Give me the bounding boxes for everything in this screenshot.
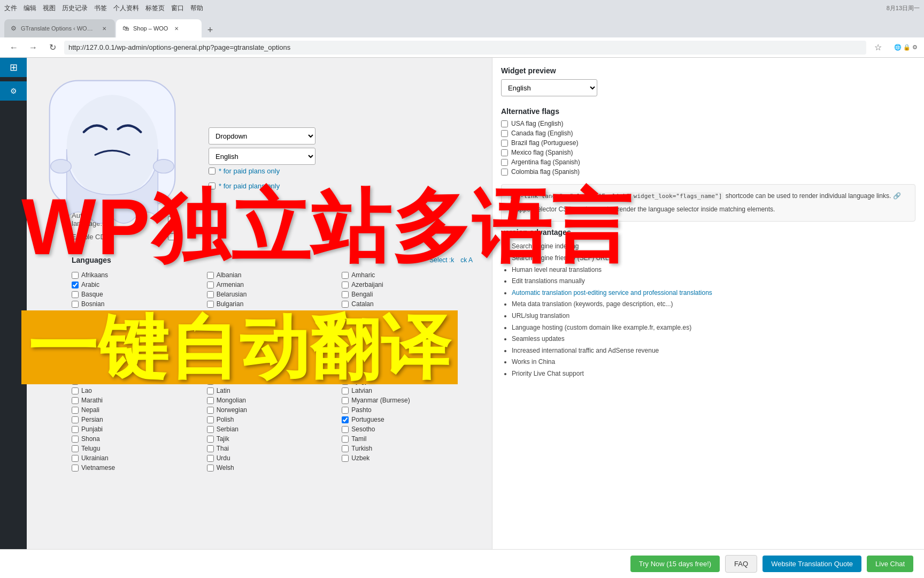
flag-item-canada[interactable]: Canada flag (English) — [501, 130, 915, 137]
lang-checkbox-bn[interactable] — [342, 291, 349, 298]
lang-checkbox-fr[interactable] — [72, 339, 79, 346]
lang-checkbox-my[interactable] — [342, 397, 349, 404]
lang-checkbox-nl[interactable] — [207, 330, 214, 337]
lang-checkbox-zh-CN[interactable] — [207, 310, 214, 317]
version-link-4[interactable]: Automatic translation post-editing servi… — [512, 289, 712, 296]
lang-checkbox-az[interactable] — [342, 282, 349, 288]
lang-item-lv[interactable]: Latvian — [342, 386, 473, 395]
lang-item-sn[interactable]: Shona — [72, 435, 203, 443]
lang-item-en[interactable]: English — [342, 329, 473, 337]
tab-close-1[interactable]: ✕ — [100, 24, 109, 33]
paid-plan-2-label[interactable]: * for paid plans only — [219, 182, 280, 190]
lang-item-ja[interactable]: Japanese — [342, 367, 473, 376]
flag-item-usa[interactable]: USA flag (English) — [501, 120, 915, 127]
lang-item-no[interactable]: Norwegian — [207, 406, 338, 414]
lang-checkbox-hr[interactable] — [207, 320, 214, 327]
wp-logo[interactable]: ⊞ — [0, 58, 27, 77]
lang-checkbox-la[interactable] — [207, 387, 214, 394]
lang-item-ur[interactable]: Urdu — [207, 454, 338, 462]
lang-item-pa[interactable]: Punjabi — [72, 425, 203, 434]
lang-checkbox-ig[interactable] — [207, 359, 214, 366]
lang-checkbox-vi[interactable] — [72, 465, 79, 471]
lang-item-vi[interactable]: Vietnamese — [72, 463, 203, 472]
back-button[interactable]: ← — [6, 40, 21, 55]
lang-checkbox-ja[interactable] — [342, 368, 349, 375]
lang-item-uz[interactable]: Uzbek — [342, 454, 473, 462]
lang-item-nl[interactable]: Dutch — [207, 329, 338, 337]
lang-checkbox-ps[interactable] — [342, 407, 349, 414]
lang-item-zh-CN[interactable]: Chinese (Simplified) — [207, 309, 338, 318]
lang-item-ta[interactable]: Tamil — [342, 435, 473, 443]
lang-item-mn[interactable]: Mongolian — [207, 396, 338, 405]
lang-item-th[interactable]: Thai — [207, 444, 338, 453]
lang-item-bg[interactable]: Bulgarian — [207, 300, 338, 308]
lang-checkbox-am[interactable] — [342, 272, 349, 279]
native-lang-select[interactable]: English — [209, 148, 315, 165]
lang-item-be[interactable]: Belarusian — [207, 290, 338, 299]
paid-plan-2-checkbox[interactable] — [209, 182, 215, 189]
lang-checkbox-id[interactable] — [342, 359, 349, 366]
lang-checkbox-no[interactable] — [207, 407, 214, 414]
quote-button[interactable]: Website Translation Quote — [763, 556, 861, 572]
bookmark-button[interactable]: ☆ — [871, 40, 886, 55]
lang-item-te[interactable]: Telugu — [72, 444, 203, 453]
lang-checkbox-tr[interactable] — [342, 445, 349, 452]
lang-checkbox-ceb[interactable] — [72, 310, 79, 317]
flag-item-colombia[interactable]: Colombia flag (Spanish) — [501, 168, 915, 176]
lang-checkbox-sr[interactable] — [207, 426, 214, 433]
lang-item-ps[interactable]: Pashto — [342, 406, 473, 414]
lang-item-is[interactable]: Icelandic — [72, 358, 203, 366]
lang-checkbox-uk[interactable] — [72, 455, 79, 462]
lang-checkbox-ne[interactable] — [72, 407, 79, 414]
lang-item-af[interactable]: Afrikaans — [72, 271, 203, 279]
lang-checkbox-mn[interactable] — [207, 397, 214, 404]
lang-checkbox-st[interactable] — [342, 426, 349, 433]
flag-checkbox-mexico[interactable] — [501, 149, 508, 156]
lang-checkbox-cs[interactable] — [342, 320, 349, 327]
lang-checkbox-ar[interactable] — [72, 282, 79, 288]
faq-button[interactable]: FAQ — [725, 555, 757, 573]
new-tab-button[interactable]: + — [203, 22, 218, 37]
lang-checkbox-bg[interactable] — [207, 301, 214, 308]
lang-item-jv[interactable]: Javanese — [72, 377, 203, 385]
lang-checkbox-tg[interactable] — [207, 436, 214, 443]
lang-checkbox-it[interactable] — [207, 368, 214, 375]
lang-checkbox-ky[interactable] — [342, 378, 349, 385]
lang-checkbox-ba[interactable] — [72, 291, 79, 298]
widget-style-select[interactable]: Dropdown Flags Flags (no text) Select — [209, 127, 315, 144]
lang-item-hy[interactable]: Armenian — [207, 280, 338, 289]
lang-checkbox-sn[interactable] — [72, 436, 79, 443]
lang-item-am[interactable]: Amharic — [342, 271, 473, 279]
lang-item-cs[interactable]: Czech — [342, 319, 473, 328]
lang-item-ky[interactable]: Kyrgyz — [342, 377, 473, 385]
lang-item-fr[interactable]: French — [72, 338, 203, 347]
lang-checkbox-sq[interactable] — [207, 272, 214, 279]
lang-checkbox-te[interactable] — [72, 445, 79, 452]
lang-checkbox-ga[interactable] — [72, 368, 79, 375]
lang-item-sq[interactable]: Albanian — [207, 271, 338, 279]
lang-item-id[interactable]: Indonesian — [342, 358, 473, 366]
lang-item-kn[interactable]: Kannada — [207, 377, 338, 385]
lang-item-la[interactable]: Latin — [207, 386, 338, 395]
lang-checkbox-pt[interactable] — [342, 416, 349, 423]
lang-checkbox-co[interactable] — [72, 320, 79, 327]
lang-item-ga[interactable]: Irish — [72, 367, 203, 376]
lang-item-sr[interactable]: Serbian — [207, 425, 338, 434]
lang-checkbox-bs[interactable] — [72, 301, 79, 308]
lang-checkbox-is[interactable] — [72, 359, 79, 366]
lang-item-hu[interactable]: Hungarian — [342, 348, 473, 356]
lang-checkbox-ca[interactable] — [342, 301, 349, 308]
lang-item-gl[interactable]: Galician — [342, 338, 473, 347]
lang-item-co[interactable]: Corsican — [72, 319, 203, 328]
lang-item-da[interactable]: Danish — [72, 329, 203, 337]
lang-checkbox-gl[interactable] — [342, 339, 349, 346]
flag-item-mexico[interactable]: Mexico flag (Spanish) — [501, 149, 915, 156]
lang-checkbox-th[interactable] — [207, 445, 214, 452]
lang-item-zh-TW[interactable]: Chinese (Traditional) — [342, 309, 473, 318]
lang-checkbox-hmong[interactable] — [207, 349, 214, 356]
lang-item-pt[interactable]: Portuguese — [342, 415, 473, 424]
widget-preview-select[interactable]: English — [501, 79, 597, 96]
flag-checkbox-usa[interactable] — [501, 120, 508, 127]
flag-item-brazil[interactable]: Brazil flag (Portuguese) — [501, 139, 915, 147]
lang-checkbox-be[interactable] — [207, 291, 214, 298]
